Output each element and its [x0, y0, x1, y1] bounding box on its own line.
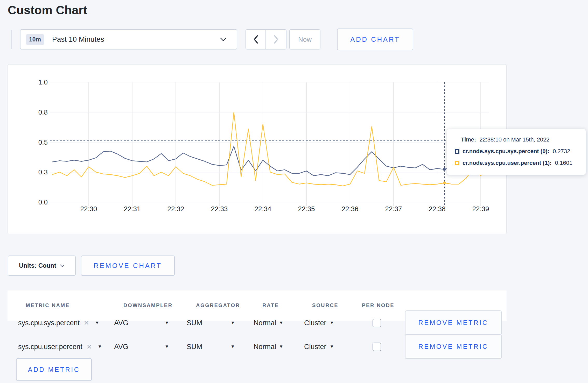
toolbar-divider — [11, 30, 12, 49]
chevron-right-icon — [274, 35, 279, 44]
svg-text:22:39: 22:39 — [472, 205, 489, 213]
caret-down-icon: ▼ — [279, 320, 283, 325]
svg-text:22:37: 22:37 — [385, 205, 402, 213]
time-range-label: Past 10 Minutes — [52, 35, 220, 44]
page-title: Custom Chart — [8, 3, 87, 17]
metric-name-value: sys.cpu.user.percent — [18, 343, 82, 351]
caret-down-icon: ▼ — [230, 344, 235, 349]
time-window-badge: 10m — [26, 34, 44, 45]
aggregator-dropdown[interactable]: SUM ▼ — [187, 335, 235, 359]
col-header-downsampler: DOWNSAMPLER — [123, 302, 173, 308]
chevron-down-icon — [220, 38, 226, 41]
time-nav-group — [246, 29, 286, 49]
source-value: Cluster — [304, 319, 326, 327]
units-dropdown[interactable]: Units: Count — [8, 256, 76, 276]
remove-metric-button[interactable]: REMOVE METRIC — [405, 334, 502, 359]
time-forward-button[interactable] — [266, 30, 286, 49]
clear-metric-icon[interactable]: ✕ — [84, 319, 89, 327]
add-metric-button[interactable]: ADD METRIC — [16, 358, 92, 381]
caret-down-icon: ▼ — [230, 320, 235, 325]
tooltip-time-value: 22:38:10 on Mar 15th, 2022 — [479, 136, 549, 143]
svg-text:22:38: 22:38 — [429, 205, 445, 213]
downsampler-value: AVG — [114, 343, 128, 351]
svg-text:0.5: 0.5 — [38, 138, 48, 146]
svg-text:22:30: 22:30 — [80, 205, 97, 213]
source-dropdown[interactable]: Cluster ▼ — [304, 335, 334, 359]
rate-dropdown[interactable]: Normal ▼ — [254, 335, 283, 359]
col-header-per-node: PER NODE — [362, 302, 394, 308]
series-swatch-icon — [455, 161, 459, 165]
col-header-metric-name: METRIC NAME — [26, 302, 70, 308]
caret-down-icon: ▼ — [330, 320, 334, 325]
rate-dropdown[interactable]: Normal ▼ — [254, 311, 283, 335]
caret-down-icon: ▼ — [165, 320, 169, 325]
svg-text:22:33: 22:33 — [211, 205, 228, 213]
svg-text:22:36: 22:36 — [341, 205, 358, 213]
table-row: sys.cpu.user.percent ✕ ▼ AVG ▼ SUM ▼ Nor… — [8, 335, 507, 359]
add-chart-button[interactable]: ADD CHART — [337, 29, 413, 50]
col-header-aggregator: AGGREGATOR — [196, 302, 240, 308]
downsampler-dropdown[interactable]: AVG ▼ — [114, 335, 169, 359]
table-row: sys.cpu.sys.percent ✕ ▼ AVG ▼ SUM ▼ Norm… — [8, 311, 507, 335]
tooltip-time-label: Time: — [461, 136, 476, 143]
time-back-button[interactable] — [246, 30, 266, 49]
series-swatch-icon — [455, 149, 459, 154]
svg-text:22:32: 22:32 — [167, 205, 184, 213]
svg-text:22:34: 22:34 — [254, 205, 271, 213]
svg-text:0.3: 0.3 — [38, 168, 48, 176]
clear-metric-icon[interactable]: ✕ — [87, 343, 92, 351]
svg-text:0.0: 0.0 — [38, 198, 48, 206]
caret-down-icon: ▼ — [95, 320, 99, 325]
now-button[interactable]: Now — [289, 29, 320, 49]
tooltip-series-label: cr.node.sys.cpu.user.percent (1): — [463, 160, 552, 166]
tooltip-series-value: 0.2732 — [553, 148, 570, 155]
svg-text:22:35: 22:35 — [298, 205, 315, 213]
time-range-dropdown[interactable]: 10m Past 10 Minutes — [20, 29, 237, 49]
rate-value: Normal — [254, 319, 276, 327]
tooltip-series-value: 0.1601 — [555, 160, 572, 166]
svg-text:0.8: 0.8 — [38, 108, 48, 116]
rate-value: Normal — [254, 343, 276, 351]
svg-text:1.0: 1.0 — [38, 78, 48, 86]
caret-down-icon: ▼ — [165, 344, 169, 349]
per-node-checkbox[interactable] — [373, 343, 381, 351]
svg-text:22:31: 22:31 — [124, 205, 141, 213]
remove-metric-button[interactable]: REMOVE METRIC — [405, 310, 502, 335]
metric-name-dropdown[interactable]: sys.cpu.user.percent ✕ ▼ — [18, 335, 102, 359]
chevron-left-icon — [253, 35, 258, 44]
caret-down-icon: ▼ — [98, 344, 102, 349]
units-label: Units: Count — [19, 262, 56, 269]
metric-name-value: sys.cpu.sys.percent — [18, 319, 80, 327]
aggregator-value: SUM — [187, 343, 202, 351]
downsampler-dropdown[interactable]: AVG ▼ — [114, 311, 169, 335]
caret-down-icon: ▼ — [330, 344, 334, 349]
aggregator-dropdown[interactable]: SUM ▼ — [187, 311, 235, 335]
aggregator-value: SUM — [187, 319, 202, 327]
per-node-checkbox[interactable] — [373, 319, 381, 327]
chart-panel[interactable]: 0.00.30.50.81.022:3022:3122:3222:3322:34… — [8, 64, 507, 234]
metric-name-dropdown[interactable]: sys.cpu.sys.percent ✕ ▼ — [18, 311, 99, 335]
timeseries-chart[interactable]: 0.00.30.50.81.022:3022:3122:3222:3322:34… — [8, 65, 506, 234]
col-header-source: SOURCE — [312, 302, 338, 308]
downsampler-value: AVG — [114, 319, 128, 327]
remove-chart-button[interactable]: REMOVE CHART — [81, 256, 175, 276]
tooltip-series-label: cr.node.sys.cpu.sys.percent (0): — [463, 148, 549, 155]
chevron-down-icon — [60, 264, 65, 267]
source-value: Cluster — [304, 343, 326, 351]
caret-down-icon: ▼ — [279, 344, 283, 349]
chart-tooltip: Time: 22:38:10 on Mar 15th, 2022 cr.node… — [447, 129, 586, 175]
source-dropdown[interactable]: Cluster ▼ — [304, 311, 334, 335]
col-header-rate: RATE — [262, 302, 279, 308]
